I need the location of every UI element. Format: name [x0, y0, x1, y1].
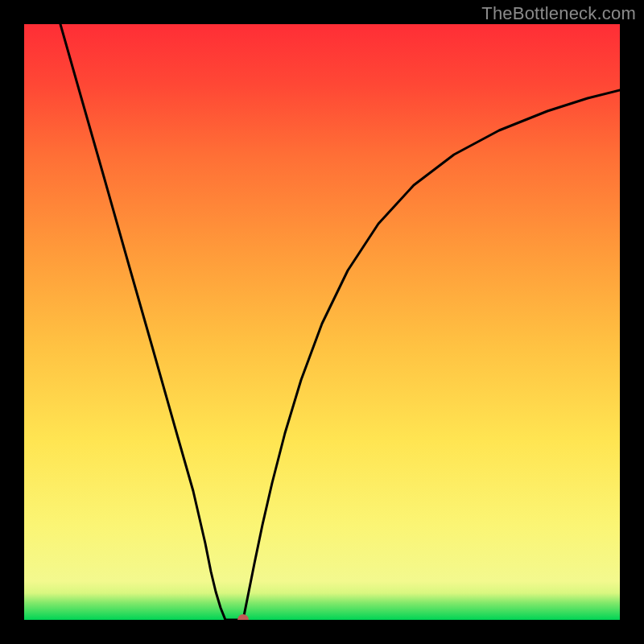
watermark-text: TheBottleneck.com [481, 3, 636, 24]
plot-area [24, 24, 620, 620]
chart-container: TheBottleneck.com [0, 0, 644, 644]
optimum-marker [237, 614, 249, 620]
bottleneck-curve [60, 24, 620, 620]
curve-svg [24, 24, 620, 620]
plot-frame [0, 0, 644, 644]
